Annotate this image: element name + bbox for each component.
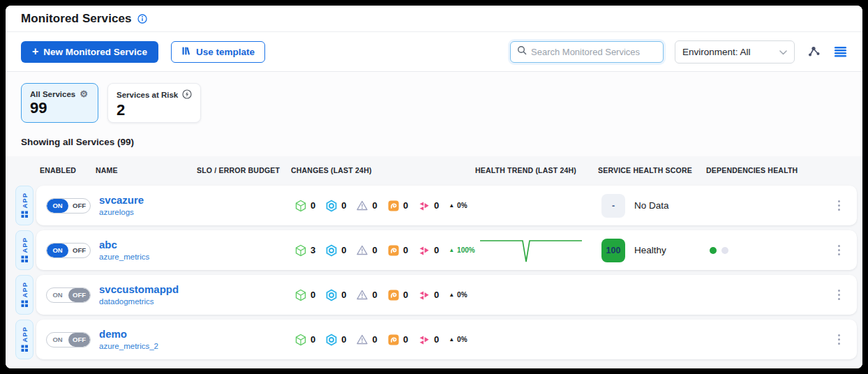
page-header: Monitored Services	[6, 6, 862, 32]
orange-app-icon	[387, 289, 400, 301]
change-delta: ▲0%	[449, 202, 467, 209]
use-template-button[interactable]: Use template	[171, 41, 265, 63]
pink-arrows-icon	[418, 334, 431, 346]
delta-up-icon: ▲	[449, 292, 454, 298]
changes-cell: 3 0 0 0 0 ▲100%	[294, 244, 479, 257]
orange-app-icon	[387, 200, 400, 212]
app-type-tab[interactable]: APP	[15, 230, 33, 270]
template-library-icon	[181, 46, 191, 58]
search-input[interactable]	[531, 47, 657, 57]
app-grid-icon	[21, 300, 29, 308]
table-header: ENABLED NAME SLO / ERROR BUDGET CHANGES …	[6, 156, 862, 184]
pink-arrows-icon	[418, 244, 431, 257]
all-services-card[interactable]: All Services ⚙ 99	[21, 83, 98, 123]
service-subtitle: azure_metrics_2	[99, 341, 200, 351]
delta-up-icon: ▲	[449, 247, 454, 253]
score-badge: -	[601, 194, 625, 218]
dependencies-cell	[710, 247, 807, 254]
environment-dropdown[interactable]: Environment: All	[675, 40, 795, 63]
col-changes: CHANGES (LAST 24H)	[291, 166, 475, 174]
orange-app-icon	[387, 244, 400, 257]
health-score-cell: 100 Healthy	[601, 239, 710, 262]
new-monitored-service-button[interactable]: + New Monitored Service	[21, 41, 158, 63]
pink-arrows-icon	[418, 289, 431, 301]
changes-cell: 0 0 0 0 0 ▲0%	[294, 334, 479, 346]
enabled-toggle[interactable]: ON OFF	[46, 198, 91, 214]
health-trend-sparkline	[479, 235, 583, 266]
score-badge: 100	[601, 239, 625, 262]
change-delta: ▲0%	[449, 291, 467, 299]
orange-app-icon	[387, 334, 400, 346]
alert-triangle-icon	[356, 334, 368, 346]
alert-triangle-icon	[356, 289, 368, 301]
deployment-cube-icon	[294, 334, 307, 346]
app-type-tab[interactable]: APP	[15, 275, 33, 315]
content-area: All Services ⚙ 99 Services at Risk 2 Sho…	[6, 72, 862, 368]
col-health-trend: HEALTH TREND (LAST 24H)	[475, 166, 598, 174]
row-actions-menu[interactable]	[834, 196, 845, 216]
change-delta: ▲0%	[449, 336, 467, 343]
health-score-cell: - No Data	[601, 194, 710, 218]
config-hexagon-icon	[325, 244, 338, 257]
delta-up-icon: ▲	[449, 336, 454, 343]
dependency-unknown-dot[interactable]	[721, 247, 728, 254]
enabled-toggle[interactable]: ON OFF	[46, 287, 91, 303]
config-hexagon-icon	[325, 334, 338, 346]
col-health-score: SERVICE HEALTH SCORE	[598, 166, 706, 174]
col-name: NAME	[96, 166, 197, 174]
page-title: Monitored Services	[21, 12, 132, 26]
service-subtitle: datadogmetrics	[99, 297, 200, 306]
service-name-link[interactable]: svcazure	[99, 194, 200, 207]
col-enabled: ENABLED	[40, 166, 96, 174]
change-delta: ▲100%	[449, 246, 475, 254]
list-view-icon[interactable]	[834, 46, 847, 57]
changes-cell: 0 0 0 0 0 ▲0%	[294, 289, 479, 301]
app-grid-icon	[21, 255, 29, 263]
service-name-link[interactable]: abc	[99, 239, 200, 252]
services-table: ENABLED NAME SLO / ERROR BUDGET CHANGES …	[6, 156, 862, 368]
service-subtitle: azure_metrics	[99, 252, 200, 262]
deployment-cube-icon	[294, 200, 307, 212]
service-subtitle: azurelogs	[99, 207, 200, 217]
services-at-risk-count: 2	[117, 101, 192, 119]
table-row: APP ON OFF demo azure_metrics_2	[15, 320, 857, 359]
app-type-tab[interactable]: APP	[15, 320, 33, 359]
alert-triangle-icon	[356, 200, 368, 212]
showing-services-text: Showing all Services (99)	[21, 137, 862, 147]
config-hexagon-icon	[325, 200, 338, 212]
score-label: No Data	[634, 200, 669, 211]
deployment-cube-icon	[294, 244, 307, 257]
row-actions-menu[interactable]	[834, 241, 845, 260]
changes-cell: 0 0 0 0 0 ▲0%	[294, 200, 479, 212]
search-box[interactable]	[510, 41, 664, 63]
col-dependencies: DEPENDENCIES HEALTH	[706, 166, 862, 174]
app-grid-icon	[21, 345, 29, 352]
row-actions-menu[interactable]	[834, 285, 845, 305]
dependency-healthy-dot[interactable]	[710, 247, 717, 254]
delta-up-icon: ▲	[449, 202, 454, 209]
score-label: Healthy	[634, 245, 666, 255]
toolbar: + New Monitored Service Use template Env…	[6, 32, 862, 72]
enabled-toggle[interactable]: ON OFF	[46, 243, 91, 258]
plus-icon: +	[32, 46, 38, 57]
config-hexagon-icon	[325, 289, 338, 301]
services-at-risk-card[interactable]: Services at Risk 2	[107, 83, 201, 123]
row-actions-menu[interactable]	[834, 330, 845, 350]
service-name-link[interactable]: svccustomappd	[99, 283, 200, 297]
app-type-tab[interactable]: APP	[15, 186, 33, 225]
info-icon[interactable]	[137, 14, 147, 24]
summary-cards: All Services ⚙ 99 Services at Risk 2	[6, 72, 862, 123]
gear-icon: ⚙	[80, 89, 88, 98]
service-name-link[interactable]: demo	[99, 328, 200, 341]
enabled-toggle[interactable]: ON OFF	[46, 332, 91, 347]
chevron-down-icon	[779, 47, 787, 57]
monitored-services-page: Monitored Services + New Monitored Servi…	[6, 6, 862, 368]
table-row: APP ON OFF svccustomappd datadogmetrics	[15, 275, 857, 315]
pink-arrows-icon	[418, 200, 431, 212]
alert-triangle-icon	[356, 244, 368, 257]
topology-view-icon[interactable]	[807, 45, 821, 58]
risk-bolt-icon	[182, 89, 192, 100]
app-grid-icon	[21, 211, 29, 218]
table-row: APP ON OFF abc azure_metrics	[15, 230, 857, 270]
col-slo: SLO / ERROR BUDGET	[197, 166, 291, 174]
